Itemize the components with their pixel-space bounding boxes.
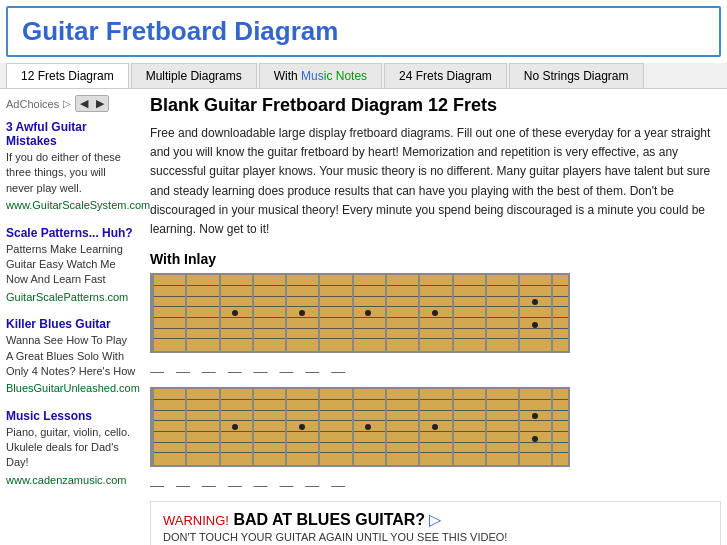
fret-11: [518, 275, 520, 351]
string2-2: [152, 410, 568, 411]
ad-url-1: www.GuitarScaleSystem.com: [6, 198, 136, 213]
ad-item-3: Killer Blues Guitar Wanna See How To Pla…: [6, 317, 136, 397]
ad-item-2: Scale Patterns... Huh? Patterns Make Lea…: [6, 226, 136, 306]
tab-24frets-label: 24 Frets Diagram: [399, 69, 492, 83]
inlay2-dot-9: [432, 424, 438, 430]
inlay-dot-12a: [532, 299, 538, 305]
inlay2-dot-5: [299, 424, 305, 430]
inlay2-dot-12b: [532, 436, 538, 442]
ad-next-button[interactable]: ▶: [92, 96, 108, 111]
nav-tabs: 12 Frets Diagram Multiple Diagrams With …: [0, 63, 727, 89]
content-area: Blank Guitar Fretboard Diagram 12 Frets …: [146, 95, 721, 545]
inlay-dot-5: [299, 310, 305, 316]
fret2-8: [418, 389, 420, 465]
warning-rest: BAD AT BLUES GUITAR?: [229, 511, 425, 528]
fret-6: [352, 275, 354, 351]
fret2-7: [385, 389, 387, 465]
dashes-1: — — — — — — — —: [150, 363, 721, 379]
string-2: [152, 296, 568, 297]
tab-nostrings[interactable]: No Strings Diagram: [509, 63, 644, 88]
string2-4: [152, 431, 568, 432]
fret-9: [452, 275, 454, 351]
warning-banner[interactable]: WARNING! BAD AT BLUES GUITAR?▷ DON'T TOU…: [150, 501, 721, 545]
ad-desc-3: Wanna See How To Play A Great Blues Solo…: [6, 333, 136, 379]
ad-choices-label: AdChoices: [6, 98, 59, 110]
string-1: [152, 285, 568, 286]
ad-url-3: BluesGuitarUnleashed.com: [6, 381, 136, 396]
string-3: [152, 306, 568, 307]
fret-4: [285, 275, 287, 351]
string2-1: [152, 399, 568, 400]
string-4: [152, 317, 568, 318]
tab-multiple[interactable]: Multiple Diagrams: [131, 63, 257, 88]
warning-line1: WARNING! BAD AT BLUES GUITAR?▷: [163, 510, 441, 529]
inlay-dot-12b: [532, 322, 538, 328]
ad-link-2[interactable]: Scale Patterns... Huh?: [6, 226, 133, 240]
inlay2-dot-7: [365, 424, 371, 430]
ad-link-3[interactable]: Killer Blues Guitar: [6, 317, 111, 331]
string2-6: [152, 452, 568, 453]
main-layout: AdChoices ▷ ◀ ▶ 3 Awful Guitar Mistakes …: [0, 89, 727, 545]
ad-item-1: 3 Awful Guitar Mistakes If you do either…: [6, 120, 136, 214]
fret2-9: [452, 389, 454, 465]
fret-1: [185, 275, 187, 351]
fret2-1: [185, 389, 187, 465]
ad-link-1[interactable]: 3 Awful Guitar Mistakes: [6, 120, 87, 148]
warning-arrow-icon: ▷: [429, 510, 441, 529]
ad-prev-button[interactable]: ◀: [76, 96, 92, 111]
fret2-10: [485, 389, 487, 465]
fret-12: [551, 275, 553, 351]
fret2-5: [318, 389, 320, 465]
fret2-12: [551, 389, 553, 465]
fret2-3: [252, 389, 254, 465]
inlay-dot-7: [365, 310, 371, 316]
inlay2-dot-12a: [532, 413, 538, 419]
ad-nav: ◀ ▶: [75, 95, 109, 112]
tab-notes[interactable]: With Music Notes: [259, 63, 382, 88]
fret-8: [418, 275, 420, 351]
inlay-dot-3: [232, 310, 238, 316]
ad-link-4[interactable]: Music Lessons: [6, 409, 92, 423]
ad-choices: AdChoices ▷ ◀ ▶: [6, 95, 136, 112]
tab-12frets-label: 12 Frets Diagram: [21, 69, 114, 83]
fretboard-diagram-1: [150, 273, 570, 353]
tab-notes-blue: Mus: [301, 69, 324, 83]
tab-12frets[interactable]: 12 Frets Diagram: [6, 63, 129, 88]
fret2-0: [152, 389, 154, 465]
fretboard-with-inlay-2: [150, 387, 721, 467]
ad-desc-2: Patterns Make Learning Guitar Easy Watch…: [6, 242, 136, 288]
tab-notes-green: ic Notes: [324, 69, 367, 83]
fret-5: [318, 275, 320, 351]
tab-24frets[interactable]: 24 Frets Diagram: [384, 63, 507, 88]
ad-item-4: Music Lessons Piano, guitar, violin, cel…: [6, 409, 136, 489]
string2-5: [152, 442, 568, 443]
ad-desc-4: Piano, guitar, violin, cello. Ukulele de…: [6, 425, 136, 471]
fret2-11: [518, 389, 520, 465]
fret-2: [219, 275, 221, 351]
fret2-6: [352, 389, 354, 465]
string-5: [152, 328, 568, 329]
fret2-4: [285, 389, 287, 465]
fretboard-diagram-2: [150, 387, 570, 467]
string-6: [152, 338, 568, 339]
warning-line2: DON'T TOUCH YOUR GUITAR AGAIN UNTIL YOU …: [163, 531, 507, 543]
fretboard-with-inlay-1: [150, 273, 721, 353]
tab-nostrings-label: No Strings Diagram: [524, 69, 629, 83]
content-heading: Blank Guitar Fretboard Diagram 12 Frets: [150, 95, 721, 116]
fret-10: [485, 275, 487, 351]
tab-notes-with: With: [274, 69, 301, 83]
page-header: Guitar Fretboard Diagram: [6, 6, 721, 57]
ad-desc-1: If you do either of these three things, …: [6, 150, 136, 196]
dashes-2: — — — — — — — —: [150, 477, 721, 493]
warning-word: WARNING!: [163, 513, 229, 528]
fret-0: [152, 275, 154, 351]
string2-3: [152, 420, 568, 421]
ad-url-2: GuitarScalePatterns.com: [6, 290, 136, 305]
with-inlay-title: With Inlay: [150, 251, 721, 267]
tab-multiple-label: Multiple Diagrams: [146, 69, 242, 83]
ad-choices-icon: ▷: [63, 98, 71, 109]
fret2-2: [219, 389, 221, 465]
content-intro: Free and downloadable large display fret…: [150, 124, 721, 239]
ad-url-4: www.cadenzamusic.com: [6, 473, 136, 488]
inlay2-dot-3: [232, 424, 238, 430]
